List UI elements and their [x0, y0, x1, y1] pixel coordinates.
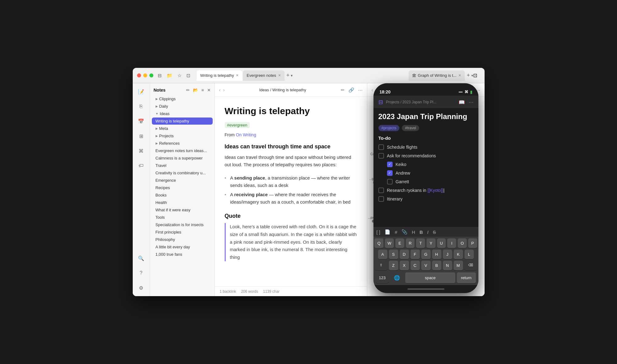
kb-t[interactable]: T — [416, 238, 425, 248]
kb-w[interactable]: W — [385, 238, 394, 248]
todo-itinerary[interactable]: Itinerary — [378, 196, 473, 202]
sidebar-item-meta[interactable]: ▶ Meta — [152, 125, 213, 132]
sidebar-item-14[interactable]: 1,000 true fans — [152, 251, 213, 258]
kb-q[interactable]: Q — [374, 238, 383, 248]
tab-graph-close[interactable]: ✕ — [458, 73, 461, 77]
sidebar-item-1[interactable]: Calmness is a superpower — [152, 155, 213, 162]
kb-b[interactable]: B — [432, 261, 441, 270]
maximize-button[interactable] — [149, 73, 153, 77]
sidebar-item-references[interactable]: ▶ References — [152, 140, 213, 147]
tab-add-button[interactable]: + — [286, 72, 290, 79]
kb-e[interactable]: E — [395, 238, 404, 248]
todo-garrett[interactable]: Garrett — [387, 179, 473, 184]
kb-d[interactable]: D — [400, 250, 409, 259]
sidebar-toggle-icon[interactable]: ⊟ — [158, 73, 162, 78]
sidebar-item-projects[interactable]: ▶ Projects — [152, 132, 213, 139]
kb-shift[interactable]: ⇧ — [375, 261, 387, 270]
sidebar-item-5[interactable]: Recipes — [152, 184, 213, 191]
phone-more-icon[interactable]: ⋯ — [469, 99, 473, 105]
window-expand-icon[interactable]: ⊡ — [473, 72, 477, 78]
todo-checkbox-1[interactable] — [378, 153, 384, 159]
graph-tab-add[interactable]: + — [467, 72, 470, 79]
graph-icon[interactable]: ⎘ — [136, 102, 146, 111]
sidebar-close-icon[interactable]: ✕ — [207, 88, 211, 93]
sort-icon[interactable]: ≡ — [201, 88, 204, 93]
kb-f[interactable]: F — [411, 250, 420, 259]
link-icon[interactable]: 🔗 — [348, 87, 354, 93]
todo-checkbox-0[interactable] — [378, 144, 384, 150]
todo-ryokans[interactable]: Research ryokans in [[Kyoto]]| — [378, 188, 473, 193]
todo-keiko[interactable]: ✓ Keiko — [387, 162, 473, 167]
format-link-icon[interactable]: 📎 — [402, 229, 407, 235]
sidebar-item-11[interactable]: First principles — [152, 229, 213, 236]
tag-icon[interactable]: 🏷 — [136, 161, 146, 170]
graph-back-icon[interactable]: ‹ — [372, 87, 373, 93]
new-note-icon[interactable]: ✏ — [186, 88, 190, 93]
phone-book-icon[interactable]: 📖 — [459, 99, 465, 105]
notes-icon[interactable]: 📝 — [136, 87, 146, 96]
kb-g[interactable]: G — [421, 250, 431, 259]
todo-checkbox-2[interactable]: ✓ — [387, 162, 393, 167]
todo-checkbox-3[interactable]: ✓ — [387, 170, 393, 176]
kb-x[interactable]: X — [400, 261, 409, 270]
todo-ask-recommendations[interactable]: Ask for recommendations — [378, 153, 473, 159]
kb-h[interactable]: H — [432, 250, 441, 259]
stack-icon[interactable]: ⊞ — [136, 131, 146, 141]
kb-y[interactable]: Y — [427, 238, 436, 248]
kb-u[interactable]: U — [437, 238, 446, 248]
minimize-button[interactable] — [143, 73, 147, 77]
todo-checkbox-6[interactable] — [378, 196, 384, 202]
phone-tag-projects[interactable]: #projects — [378, 125, 400, 131]
todo-checkbox-4[interactable] — [387, 179, 393, 184]
kb-p[interactable]: P — [468, 238, 477, 248]
settings-icon[interactable]: ⚙ — [136, 283, 146, 292]
search-icon[interactable]: 🔍 — [136, 254, 146, 263]
kb-num[interactable]: 123 — [376, 272, 389, 283]
sidebar-item-0[interactable]: Evergreen notes turn ideas... — [152, 147, 213, 154]
more-icon[interactable]: ⋯ — [358, 87, 363, 93]
star-icon[interactable]: ☆ — [177, 73, 181, 78]
kb-return[interactable]: return — [457, 272, 476, 283]
tab-writing-close[interactable]: ✕ — [236, 73, 239, 77]
sidebar-item-6[interactable]: Books — [152, 192, 213, 199]
tab-writing[interactable]: Writing is telepathy ✕ — [197, 70, 243, 81]
sidebar-item-daily[interactable]: ▶ Daily — [152, 103, 213, 110]
kb-s[interactable]: S — [389, 250, 398, 259]
sidebar-item-ideas[interactable]: ▼ Ideas — [152, 110, 213, 117]
from-link[interactable]: On Writing — [236, 132, 256, 137]
format-heading-icon[interactable]: H — [412, 230, 415, 235]
kb-l[interactable]: L — [465, 250, 474, 259]
tab-evergreen[interactable]: Evergreen notes ✕ — [243, 70, 284, 81]
kb-j[interactable]: J — [443, 250, 452, 259]
sidebar-item-3[interactable]: Creativity is combinatory u... — [152, 169, 213, 176]
kb-a[interactable]: A — [378, 250, 387, 259]
phone-tag-travel[interactable]: #travel — [402, 125, 419, 131]
format-bracket-icon[interactable]: [ ] — [377, 230, 381, 235]
sidebar-item-12[interactable]: Philosophy — [152, 236, 213, 243]
kb-globe[interactable]: 🌐 — [390, 272, 404, 284]
kb-i[interactable]: I — [447, 238, 456, 248]
kb-delete[interactable]: ⌫ — [465, 261, 477, 270]
tab-graph[interactable]: 🕸 Graph of Writing is t... ✕ — [409, 70, 465, 81]
tab-chevron-icon[interactable]: ▾ — [291, 73, 293, 78]
folder-icon[interactable]: 📁 — [167, 73, 173, 78]
sidebar-item-2[interactable]: Travel — [152, 162, 213, 169]
close-button[interactable] — [137, 73, 141, 77]
sidebar-item-13[interactable]: A little bit every day — [152, 243, 213, 250]
format-italic-icon[interactable]: I — [427, 230, 428, 235]
phone-body[interactable]: 2023 Japan Trip Planning #projects #trav… — [373, 108, 478, 227]
kb-m[interactable]: M — [454, 261, 463, 270]
kb-z[interactable]: Z — [389, 261, 398, 270]
format-strikethrough-icon[interactable]: S — [433, 230, 436, 235]
sidebar-item-clippings[interactable]: ▶ Clippings — [152, 95, 213, 102]
kb-o[interactable]: O — [458, 238, 467, 248]
layout-icon[interactable]: ⊡ — [186, 73, 190, 78]
todo-schedule-flights[interactable]: Schedule flights — [378, 144, 473, 150]
sidebar-item-9[interactable]: Tools — [152, 214, 213, 221]
new-folder-icon[interactable]: 📂 — [193, 88, 198, 93]
forward-icon[interactable]: › — [223, 87, 225, 93]
sidebar-item-writing-is-telepathy[interactable]: Writing is telepathy — [152, 118, 213, 125]
edit-icon[interactable]: ✏ — [341, 87, 345, 93]
todo-checkbox-5[interactable] — [378, 188, 384, 193]
kb-space[interactable]: space — [405, 272, 455, 283]
